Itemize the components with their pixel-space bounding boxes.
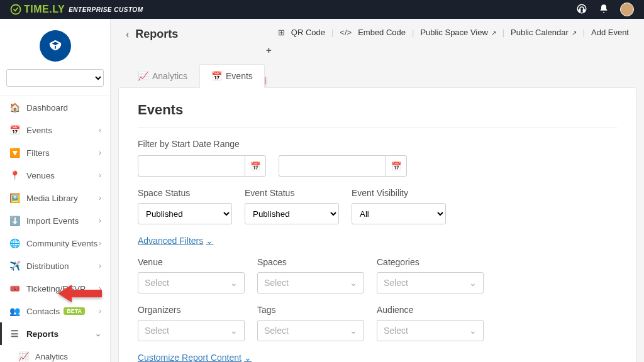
chevron-right-icon: › [99,307,101,315]
sidebar-item-label: Venues [26,171,55,180]
embed-code-link[interactable]: Embed Code [358,28,406,37]
subnav: 📈Analytics 📅Events [0,345,110,362]
tags-field: Tags Select⌄ [257,305,364,341]
download-icon: ⬇️ [9,216,20,226]
sidebar-item-ticketing[interactable]: 🎟️Ticketing/RSVP› [0,277,110,300]
field-label: Venue [138,257,245,267]
brand-subtitle: ENTERPRISE CUSTOM [69,6,143,13]
sidebar-item-community[interactable]: 🌐Community Events› [0,232,110,255]
qr-code-link[interactable]: QR Code [291,28,325,37]
field-label: Space Status [138,188,232,198]
topbar: TIME.LY ENTERPRISE CUSTOM [0,0,644,19]
tags-select[interactable]: Select⌄ [257,320,364,341]
image-icon: 🖼️ [9,193,20,203]
chevron-right-icon: › [99,171,101,180]
qr-icon: ⊞ [278,28,285,37]
organizers-select[interactable]: Select⌄ [138,320,245,341]
tabs: 📈Analytics 📅Events [111,55,644,88]
field-label: Organizers [138,305,245,315]
sidebar-item-import[interactable]: ⬇️Import Events› [0,209,110,232]
sidebar-item-distribution[interactable]: ✈️Distribution› [0,255,110,277]
bell-icon[interactable] [599,4,609,16]
svg-rect-2 [579,9,580,11]
sidebar-item-label: Distribution [26,261,69,271]
chevron-down-icon: ⌄ [206,236,213,246]
calendar-icon: 📅 [9,125,20,135]
avatar[interactable] [620,3,634,16]
advanced-filters-toggle[interactable]: Advanced Filters ⌄ [138,236,213,246]
sidebar-item-filters[interactable]: 🔽Filters› [0,141,110,164]
chevron-right-icon: › [99,239,101,248]
add-event-link[interactable]: Add Event [591,28,629,37]
start-date-input[interactable] [138,155,245,177]
field-label: Event Status [245,188,339,198]
check-circle-icon [10,4,21,15]
calendar-icon: 📅 [250,162,261,171]
chevron-down-icon: ⌄ [230,278,238,288]
sidebar-item-reports[interactable]: ☰Reports⌄ [0,322,110,345]
chevron-down-icon: ⌄ [469,326,477,336]
audience-select[interactable]: Select⌄ [377,320,484,341]
svg-rect-3 [583,9,584,11]
filter-icon: 🔽 [9,148,20,158]
chevron-down-icon: ⌄ [95,329,101,338]
space-status-select[interactable]: Published [138,203,232,224]
events-panel: Events Filter by Start Date Range 📅 📅 Sp… [118,87,636,362]
space-status-field: Space Status Published [138,188,232,224]
chevron-right-icon: › [99,148,101,157]
chart-icon: 📈 [138,71,148,81]
audience-field: Audience Select⌄ [377,305,484,341]
contacts-icon: 👥 [9,306,20,316]
code-icon: </> [340,28,352,37]
sidebar-item-dashboard[interactable]: 🏠Dashboard [0,96,110,119]
categories-select[interactable]: Select⌄ [377,272,484,293]
panel-title: Events [138,102,617,128]
field-label: Audience [377,305,484,315]
filter-label: Filter by Start Date Range [138,139,617,149]
field-label: Spaces [257,257,364,267]
chevron-down-icon: ⌄ [244,353,252,362]
chevron-down-icon: ⌄ [350,278,357,288]
brand-name: TIME.LY [24,4,65,15]
start-date-group: 📅 [138,155,266,177]
sidebar-item-venues[interactable]: 📍Venues› [0,164,110,187]
page-title-row: ‹Reports [126,28,178,41]
chevron-down-icon: ⌄ [469,278,477,288]
event-visibility-select[interactable]: All [352,203,446,224]
support-icon[interactable] [576,3,587,16]
sidebar-item-label: Reports [26,329,58,339]
sidebar-item-media[interactable]: 🖼️Media Library› [0,187,110,209]
organizers-field: Organizers Select⌄ [138,305,245,341]
back-button[interactable]: ‹ [126,29,129,40]
spaces-select[interactable]: Select⌄ [257,272,364,293]
spaces-field: Spaces Select⌄ [257,257,364,293]
space-selector[interactable] [6,69,104,87]
tab-analytics[interactable]: 📈Analytics [126,64,199,88]
nav: 🏠Dashboard 📅Events› 🔽Filters› 📍Venues› 🖼… [0,96,110,362]
customize-report-toggle[interactable]: Customize Report Content ⌄ [138,353,252,362]
sidebar-item-label: Analytics [35,352,68,361]
public-space-link[interactable]: Public Space View ↗ [420,28,496,37]
pin-icon: 📍 [9,170,20,180]
categories-field: Categories Select⌄ [377,257,484,293]
org-logo [40,30,71,62]
field-label: Tags [257,305,364,315]
sidebar-item-contacts[interactable]: 👥ContactsBETA› [0,300,110,322]
field-label: Event Visibility [352,188,446,198]
sidebar-item-label: Community Events [26,239,97,248]
top-icons [576,3,634,16]
sidebar-item-events[interactable]: 📅Events› [0,119,110,141]
venue-select[interactable]: Select⌄ [138,272,245,293]
plus-icon[interactable]: + [265,43,629,55]
start-date-picker[interactable]: 📅 [245,155,266,177]
chevron-right-icon: › [99,284,101,293]
tab-label: Analytics [152,71,187,81]
event-status-select[interactable]: Published [245,203,339,224]
sidebar-item-label: Contacts [26,307,60,316]
public-calendar-link[interactable]: Public Calendar ↗ [511,28,577,37]
sidebar-sub-analytics[interactable]: 📈Analytics [0,345,110,362]
tab-events[interactable]: 📅Events [199,64,265,88]
end-date-input[interactable] [279,155,386,177]
sidebar: 🏠Dashboard 📅Events› 🔽Filters› 📍Venues› 🖼… [0,19,111,362]
end-date-picker[interactable]: 📅 [386,155,407,177]
